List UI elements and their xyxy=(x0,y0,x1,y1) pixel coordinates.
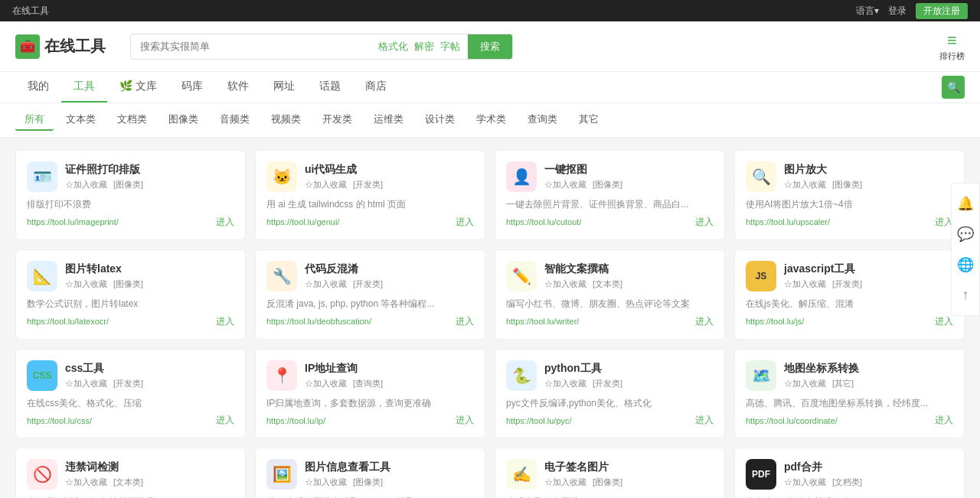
tool-enter-button[interactable]: 进入 xyxy=(216,414,234,427)
wechat-button[interactable]: 💬 xyxy=(952,220,979,248)
cat-text[interactable]: 文本类 xyxy=(57,109,105,131)
tab-shop[interactable]: 商店 xyxy=(353,72,399,103)
cat-image[interactable]: 图像类 xyxy=(159,109,207,131)
lang-button[interactable]: 语言▾ xyxy=(856,5,879,18)
tool-enter-button[interactable]: 进入 xyxy=(456,216,474,229)
tool-card[interactable]: 🗺️ 地图坐标系转换 ☆加入收藏 [其它] 高德、腾讯、百度地图坐标系转换，经纬… xyxy=(734,349,965,439)
tool-collect-button[interactable]: ☆加入收藏 xyxy=(784,278,826,290)
cat-ops[interactable]: 运维类 xyxy=(364,109,413,131)
tool-url[interactable]: https://tool.lu/coordinate/ xyxy=(746,416,838,425)
tool-card[interactable]: PDF pdf合并 ☆加入收藏 [文档类] 将多个pdf文件合并成一个 http… xyxy=(734,448,965,498)
tool-card[interactable]: CSS css工具 ☆加入收藏 [开发类] 在线css美化、格式化、压缩 htt… xyxy=(15,349,246,439)
tool-collect-button[interactable]: ☆加入收藏 xyxy=(305,378,347,389)
tool-card[interactable]: 🐍 python工具 ☆加入收藏 [开发类] pyc文件反编译,python美化… xyxy=(495,349,725,439)
tool-card[interactable]: ✏️ 智能文案撰稿 ☆加入收藏 [文本类] 编写小红书、微博、朋友圈、热点评论等… xyxy=(495,249,725,340)
back-to-top-button[interactable]: ↑ xyxy=(952,282,979,309)
rank-button[interactable]: ≡ 排行榜 xyxy=(939,31,965,62)
tool-collect-button[interactable]: ☆加入收藏 xyxy=(305,477,347,488)
tool-url[interactable]: https://tool.lu/js/ xyxy=(746,317,804,326)
cat-design[interactable]: 设计类 xyxy=(416,109,464,131)
tool-tag: [图像类] xyxy=(113,278,143,290)
tab-library[interactable]: 🌿 文库 xyxy=(107,72,169,103)
tool-card[interactable]: 📍 IP地址查询 ☆加入收藏 [查询类] IP归属地查询，多套数据源，查询更准确… xyxy=(255,349,485,439)
tool-card[interactable]: 👤 一键抠图 ☆加入收藏 [图像类] 一键去除照片背景、证件照换背景、商品白..… xyxy=(495,150,725,240)
nav-search-button[interactable]: 🔍 xyxy=(942,76,965,99)
cat-query[interactable]: 查询类 xyxy=(518,109,567,131)
tool-url[interactable]: https://tool.lu/imageprint/ xyxy=(27,217,119,226)
tool-meta: ☆加入收藏 [开发类] xyxy=(544,378,714,389)
tool-enter-button[interactable]: 进入 xyxy=(695,414,714,427)
tool-url[interactable]: https://tool.lu/latexocr/ xyxy=(27,317,109,326)
tool-card[interactable]: 🐱 ui代码生成 ☆加入收藏 [开发类] 用 ai 生成 tailwindcss… xyxy=(255,150,485,240)
tool-card[interactable]: 🔍 图片放大 ☆加入收藏 [图像类] 使用AI将图片放大1倍~4倍 https:… xyxy=(734,150,965,240)
tool-card[interactable]: 🪪 证件照打印排版 ☆加入收藏 [图像类] 排版打印不浪费 https://to… xyxy=(15,150,246,240)
tool-card[interactable]: JS javascript工具 ☆加入收藏 [开发类] 在线js美化、解压缩、混… xyxy=(734,249,965,340)
tool-url[interactable]: https://tool.lu/genui/ xyxy=(266,217,339,226)
tool-collect-button[interactable]: ☆加入收藏 xyxy=(65,378,107,389)
tool-enter-button[interactable]: 进入 xyxy=(695,216,714,229)
search-button[interactable]: 搜索 xyxy=(468,34,512,59)
tool-enter-button[interactable]: 进入 xyxy=(456,315,474,328)
tool-collect-button[interactable]: ☆加入收藏 xyxy=(544,278,586,290)
search-shortcuts: 格式化 解密 字帖 xyxy=(371,40,468,54)
tab-website[interactable]: 网址 xyxy=(261,72,307,103)
tool-card[interactable]: 🖼️ 图片信息查看工具 ☆加入收藏 [图像类] 从sd生成的图片中提取promp… xyxy=(255,448,485,498)
tool-meta: ☆加入收藏 [图像类] xyxy=(544,477,714,488)
cat-video[interactable]: 视频类 xyxy=(262,109,310,131)
tool-collect-button[interactable]: ☆加入收藏 xyxy=(544,378,586,389)
tool-collect-button[interactable]: ☆加入收藏 xyxy=(784,179,826,190)
tool-desc: 数学公式识别，图片转latex xyxy=(27,298,234,311)
tab-tools[interactable]: 工具 xyxy=(61,72,107,103)
tool-url[interactable]: https://tool.lu/writer/ xyxy=(506,317,579,326)
cat-dev[interactable]: 开发类 xyxy=(313,109,361,131)
tool-info: css工具 ☆加入收藏 [开发类] xyxy=(65,362,234,389)
tab-my[interactable]: 我的 xyxy=(15,72,61,103)
tool-collect-button[interactable]: ☆加入收藏 xyxy=(784,477,826,488)
tool-collect-button[interactable]: ☆加入收藏 xyxy=(305,179,347,190)
tab-code[interactable]: 码库 xyxy=(169,72,215,103)
shortcut-format[interactable]: 格式化 xyxy=(378,40,408,54)
search-input[interactable] xyxy=(131,35,371,57)
weibo-button[interactable]: 🌐 xyxy=(952,251,979,278)
tool-url[interactable]: https://tool.lu/ip/ xyxy=(266,416,325,425)
logo[interactable]: 🧰 在线工具 xyxy=(15,34,115,59)
tool-card[interactable]: 🚫 违禁词检测 ☆加入收藏 [文本类] 小红书、抖音、闲鱼违禁词检测 https… xyxy=(15,448,246,498)
tool-collect-button[interactable]: ☆加入收藏 xyxy=(65,477,107,488)
tool-enter-button[interactable]: 进入 xyxy=(216,216,234,229)
tool-footer: https://tool.lu/coordinate/ 进入 xyxy=(746,414,953,427)
tool-enter-button[interactable]: 进入 xyxy=(216,315,234,328)
tool-collect-button[interactable]: ☆加入收藏 xyxy=(65,179,107,190)
register-button[interactable]: 开放注册 xyxy=(916,3,968,19)
tab-software[interactable]: 软件 xyxy=(215,72,261,103)
tool-enter-button[interactable]: 进入 xyxy=(456,414,474,427)
tool-collect-button[interactable]: ☆加入收藏 xyxy=(544,179,586,190)
cat-doc[interactable]: 文档类 xyxy=(108,109,156,131)
tool-card[interactable]: 📐 图片转latex ☆加入收藏 [图像类] 数学公式识别，图片转latex h… xyxy=(15,249,246,340)
cat-all[interactable]: 所有 xyxy=(15,109,54,131)
tool-collect-button[interactable]: ☆加入收藏 xyxy=(544,477,586,488)
tool-card[interactable]: 🔧 代码反混淆 ☆加入收藏 [开发类] 反混淆 java, js, php, p… xyxy=(255,249,485,340)
shortcut-copybook[interactable]: 字帖 xyxy=(440,40,460,54)
cat-audio[interactable]: 音频类 xyxy=(211,109,259,131)
tool-url[interactable]: https://tool.lu/deobfuscation/ xyxy=(266,317,371,326)
tool-header: 📐 图片转latex ☆加入收藏 [图像类] xyxy=(27,261,234,291)
cat-academic[interactable]: 学术类 xyxy=(467,109,515,131)
cat-other[interactable]: 其它 xyxy=(570,109,608,131)
tool-url[interactable]: https://tool.lu/cutout/ xyxy=(506,217,581,226)
login-button[interactable]: 登录 xyxy=(888,5,906,18)
tool-icon: CSS xyxy=(27,360,57,391)
tool-tag: [文本类] xyxy=(593,278,622,290)
tool-enter-button[interactable]: 进入 xyxy=(935,414,953,427)
tool-enter-button[interactable]: 进入 xyxy=(935,315,953,328)
tool-collect-button[interactable]: ☆加入收藏 xyxy=(305,278,347,290)
shortcut-decrypt[interactable]: 解密 xyxy=(414,40,434,54)
tool-collect-button[interactable]: ☆加入收藏 xyxy=(784,378,826,389)
tool-collect-button[interactable]: ☆加入收藏 xyxy=(65,278,107,290)
tool-url[interactable]: https://tool.lu/css/ xyxy=(27,416,92,425)
tool-url[interactable]: https://tool.lu/pyc/ xyxy=(506,416,572,425)
tab-topic[interactable]: 话题 xyxy=(307,72,353,103)
tool-url[interactable]: https://tool.lu/upscaler/ xyxy=(746,217,830,226)
tool-enter-button[interactable]: 进入 xyxy=(695,315,714,328)
notification-button[interactable]: 🔔 xyxy=(952,190,979,217)
tool-card[interactable]: ✍️ 电子签名图片 ☆加入收藏 [图像类] 生成电子签名图片 https://t… xyxy=(495,448,725,498)
